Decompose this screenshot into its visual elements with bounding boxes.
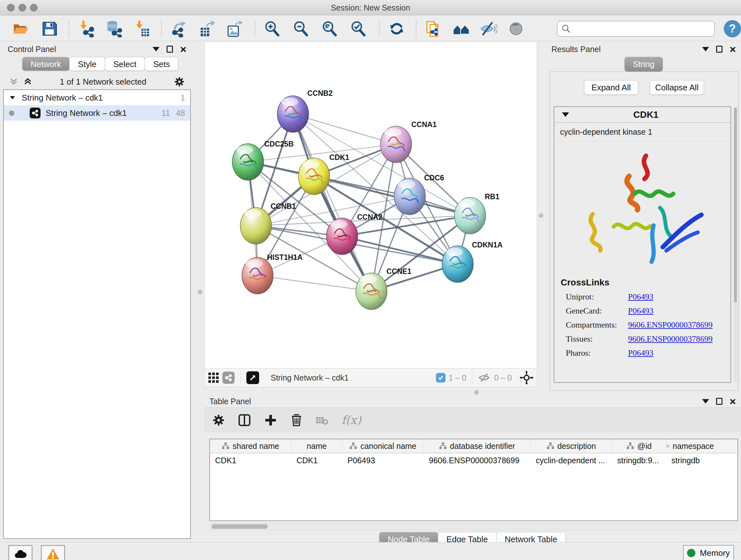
left-splitter-handle[interactable] — [198, 290, 202, 294]
memory-button[interactable]: Memory — [683, 545, 734, 560]
network-canvas[interactable]: CCNB2CCNA1CDC25BCDK1CDC6RB1CCNB1CCNA2CDK… — [204, 42, 537, 368]
collapse-all-button[interactable]: Collapse All — [650, 80, 704, 95]
bottom-splitter-handle[interactable] — [474, 390, 479, 395]
refresh-icon[interactable] — [388, 20, 405, 37]
crosslink-link[interactable]: 9606.ENSP00000378699 — [628, 334, 713, 344]
column-header-database-identifier[interactable]: database identifier — [424, 439, 531, 453]
panel-close-icon[interactable]: × — [180, 46, 186, 53]
panel-menu-icon[interactable] — [702, 399, 709, 403]
toolbar-separator — [240, 371, 241, 385]
status-bar: Memory — [0, 542, 741, 560]
import-network-icon[interactable] — [77, 20, 95, 37]
zoom-in-icon[interactable] — [264, 20, 281, 37]
table-gear-icon[interactable] — [212, 414, 225, 427]
hide-selected-icon[interactable] — [480, 20, 497, 37]
table-cell[interactable]: CDK1 — [291, 453, 342, 468]
tab-string[interactable]: String — [624, 57, 663, 71]
duplicate-network-icon[interactable] — [425, 20, 442, 37]
open-session-icon[interactable] — [12, 20, 29, 37]
tab-network[interactable]: Network — [22, 57, 70, 71]
tab-sets[interactable]: Sets — [145, 57, 179, 71]
show-all-icon[interactable] — [508, 20, 525, 37]
table-cell[interactable]: stringdb — [666, 453, 714, 468]
table-cell[interactable]: stringdb:9... — [612, 453, 666, 468]
panel-menu-icon[interactable] — [702, 47, 709, 51]
network-node-RB1[interactable]: RB1 — [455, 192, 499, 235]
collection-count: 1 — [181, 93, 185, 103]
tab-style[interactable]: Style — [69, 57, 105, 71]
collapse-all-networks-icon[interactable] — [9, 77, 18, 86]
column-header-canonical-name[interactable]: canonical name — [342, 439, 424, 453]
detach-view-icon[interactable] — [246, 371, 259, 384]
expand-all-networks-icon[interactable] — [23, 77, 32, 86]
hidden-count-eye-icon[interactable] — [478, 371, 491, 384]
crosslink-link[interactable]: P06493 — [628, 306, 653, 316]
panel-menu-icon[interactable] — [152, 47, 159, 51]
import-table-icon[interactable] — [133, 20, 151, 37]
zoom-fit-icon[interactable] — [321, 20, 338, 37]
table-cell[interactable]: CDK1 — [210, 453, 291, 468]
grid-view-icon[interactable] — [208, 372, 219, 383]
panel-float-icon[interactable] — [716, 46, 723, 53]
column-header-namespace[interactable]: namespace — [666, 439, 714, 453]
expand-all-button[interactable]: Expand All — [584, 80, 638, 95]
crosslink-label: Uniprot: — [566, 292, 628, 302]
toolbar-separator — [255, 20, 255, 37]
crosslink-row: Pharos:P06493 — [566, 348, 726, 358]
zoom-out-icon[interactable] — [292, 20, 310, 37]
table-panel: Table Panel × f(x) shared namenamecanoni… — [204, 395, 741, 542]
crosslink-label: Compartments: — [566, 320, 628, 330]
network-node-HIST1H1A[interactable]: HIST1H1A — [242, 253, 302, 295]
network-node-CDC6[interactable]: CDC6 — [394, 174, 444, 215]
right-splitter-handle[interactable] — [539, 213, 543, 218]
panel-float-icon[interactable] — [716, 398, 723, 405]
crosslink-link[interactable]: P06493 — [628, 348, 653, 358]
save-session-icon[interactable] — [41, 20, 58, 37]
first-neighbors-icon[interactable] — [453, 20, 470, 37]
window-title: Session: New Session — [0, 0, 741, 15]
column-header-shared-name[interactable]: shared name — [210, 439, 291, 453]
memory-label: Memory — [700, 548, 730, 558]
crosslink-link[interactable]: P06493 — [628, 292, 653, 302]
table-cell[interactable]: P06493 — [342, 453, 424, 468]
network-row-selected[interactable]: String Network – cdk1 11 48 — [4, 105, 190, 121]
show-columns-icon[interactable] — [238, 413, 252, 427]
results-scrollbar[interactable] — [734, 107, 737, 382]
add-column-icon[interactable] — [264, 413, 278, 427]
network-node-CCNB2[interactable]: CCNB2 — [277, 89, 333, 133]
import-database-icon[interactable] — [105, 20, 123, 37]
panel-close-icon[interactable]: × — [730, 46, 736, 53]
network-graph[interactable]: CCNB2CCNA1CDC25BCDK1CDC6RB1CCNB1CCNA2CDK… — [205, 42, 537, 368]
table-row[interactable]: CDK1CDK1P064939606.ENSP00000378699cyclin… — [210, 453, 738, 468]
control-panel-tabs: Network Style Select Sets — [22, 57, 191, 71]
cloud-status-button[interactable] — [8, 545, 32, 560]
selected-count-checkbox[interactable] — [436, 373, 446, 382]
entry-collapse-icon[interactable] — [562, 112, 569, 117]
network-node-CDKN1A[interactable]: CDKN1A — [442, 241, 502, 283]
birdseye-view-icon[interactable] — [222, 372, 234, 384]
column-header-name[interactable]: name — [291, 439, 342, 453]
network-collection-row[interactable]: String Network – cdk1 1 — [4, 90, 190, 105]
warning-status-button[interactable] — [41, 545, 65, 560]
table-cell[interactable]: cyclin-dependent ... — [531, 453, 612, 468]
export-table-icon[interactable] — [199, 20, 216, 37]
pan-crosshair-icon[interactable] — [520, 371, 534, 385]
column-header-description[interactable]: description — [531, 439, 612, 453]
search-input[interactable] — [571, 24, 711, 34]
delete-column-icon[interactable] — [290, 414, 303, 427]
collection-expand-icon[interactable] — [9, 94, 16, 101]
table-horizontal-scrollbar[interactable] — [209, 523, 738, 530]
panel-close-icon[interactable]: × — [730, 398, 736, 405]
table-cell[interactable]: 9606.ENSP00000378699 — [424, 453, 531, 468]
tab-select[interactable]: Select — [105, 57, 145, 71]
gear-icon[interactable] — [174, 76, 185, 87]
crosslink-link[interactable]: 9606.ENSP00000378699 — [628, 320, 713, 330]
column-header--id[interactable]: @id — [612, 439, 666, 453]
export-image-icon[interactable] — [226, 20, 243, 37]
zoom-selected-icon[interactable] — [350, 20, 367, 37]
panel-float-icon[interactable] — [166, 46, 173, 53]
network-node-CDK1[interactable]: CDK1 — [298, 153, 349, 195]
export-network-icon[interactable] — [170, 20, 187, 37]
crosslink-row: Tissues:9606.ENSP00000378699 — [566, 334, 726, 344]
help-icon[interactable]: ? — [724, 20, 741, 37]
